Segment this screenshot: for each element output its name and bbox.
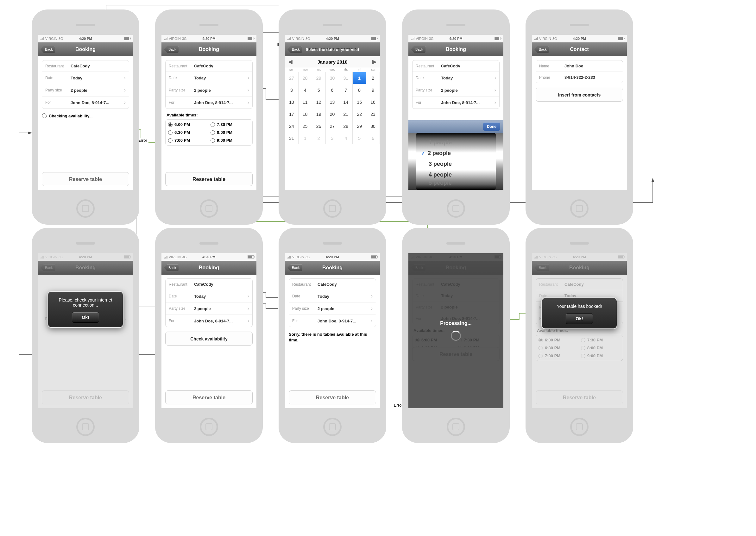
prev-month-button[interactable]: ◀ [288,58,292,65]
back-button[interactable]: Back [164,46,179,53]
calendar-day[interactable]: 5 [312,84,326,96]
done-button[interactable]: Done [483,122,500,131]
calendar-day[interactable]: 26 [312,120,326,132]
row-for[interactable]: ForJohn Doe, 8-914-7...› [42,96,129,109]
back-button[interactable]: Back [411,46,426,53]
calendar-day[interactable]: 30 [326,72,339,84]
reserve-button[interactable]: Reserve table [42,172,129,186]
reserve-button[interactable]: Reserve table [165,390,253,404]
time-slot[interactable]: 7:00 PM [168,138,207,143]
alert-ok-button[interactable]: Ok! [72,312,99,323]
calendar-day[interactable]: 29 [353,120,366,132]
calendar-day[interactable]: 19 [312,108,326,120]
calendar-day[interactable]: 4 [339,132,353,144]
row-party[interactable]: Party size2 people› [289,302,376,315]
row-for[interactable]: ForJohn Doe, 8-914-7...› [166,96,252,109]
calendar-month: January 2010 [317,59,347,65]
time-slot[interactable]: 8:00 PM [211,130,250,135]
row-for[interactable]: ForJohn Doe, 8-914-7...› [166,315,252,327]
time-slot[interactable]: 6:30 PM [168,130,207,135]
calendar-day[interactable]: 21 [339,108,353,120]
back-button[interactable]: Back [288,46,302,53]
next-month-button[interactable]: ▶ [372,58,377,65]
picker-option[interactable]: 1 people [416,137,496,148]
time-slot[interactable]: 7:30 PM [211,122,250,127]
row-party[interactable]: Party size2 people› [42,84,129,96]
row-party[interactable]: Party size2 people› [166,84,252,96]
back-button[interactable]: Back [41,46,55,53]
calendar-day[interactable]: 3 [326,132,339,144]
alert-ok-button[interactable]: Ok! [566,313,593,324]
phone-booking-checking: VIRGIN3G 4:20 PM Back Booking Restaurant… [32,10,139,225]
calendar-day[interactable]: 16 [366,96,380,108]
back-button[interactable]: Back [288,264,302,271]
calendar-day[interactable]: 18 [298,108,312,120]
calendar-day[interactable]: 9 [366,84,380,96]
phone-check-availability: VIRGIN3G4:20 PM BackBooking RestaurantCa… [155,228,263,443]
calendar-day[interactable]: 29 [312,72,326,84]
row-for[interactable]: ForJohn Doe, 8-914-7...› [289,315,376,327]
calendar-day[interactable]: 25 [298,120,312,132]
picker[interactable]: Done 1 people✓2 people3 people4 people5 … [408,120,503,190]
navbar: Back Booking [38,42,133,56]
check-availability-button[interactable]: Check availability [165,332,253,346]
calendar-day[interactable]: 27 [326,120,339,132]
back-button[interactable]: Back [534,46,549,53]
calendar-day[interactable]: 30 [366,120,380,132]
calendar-day[interactable]: 1 [298,132,312,144]
calendar-day[interactable]: 5 [353,132,366,144]
row-party[interactable]: Party size2 people› [166,302,252,315]
picker-option[interactable]: 3 people [416,158,496,169]
page-title: Booking [75,47,96,52]
calendar-day[interactable]: 23 [366,108,380,120]
page-title: Booking [199,47,219,52]
available-times-label: Available times: [166,113,253,117]
calendar-day[interactable]: 13 [326,96,339,108]
calendar-day[interactable]: 17 [285,108,298,120]
calendar-day[interactable]: 4 [298,84,312,96]
calendar-day[interactable]: 2 [312,132,326,144]
phone-no-tables: VIRGIN3G4:20 PM BackBooking RestaurantCa… [279,228,386,443]
calendar-day[interactable]: 12 [312,96,326,108]
row-date[interactable]: DateToday› [166,72,252,84]
calendar-day[interactable]: 7 [339,84,353,96]
row-date[interactable]: DateToday› [42,72,129,84]
calendar-day[interactable]: 14 [339,96,353,108]
calendar-day[interactable]: 11 [298,96,312,108]
calendar-day[interactable]: 10 [285,96,298,108]
reserve-button[interactable]: Reserve table [165,172,253,186]
calendar-day[interactable]: 31 [339,72,353,84]
calendar-day[interactable]: 15 [353,96,366,108]
picker-option[interactable]: 4 people [416,169,496,180]
row-name[interactable]: NameJohn Doe [536,60,623,72]
calendar-day[interactable]: 28 [339,120,353,132]
phone-party-picker: VIRGIN3G 4:20 PM Back Booking Restaurant… [402,10,510,225]
radio-icon [168,122,173,127]
row-date[interactable]: DateToday› [166,290,252,302]
alert-booked: Your table has booked! Ok! [541,297,617,329]
picker-option[interactable]: ✓2 people [416,148,496,158]
calendar-day[interactable]: 20 [326,108,339,120]
phone-booked: VIRGIN3G4:20 PM BackBooking RestaurantCa… [526,228,633,443]
row-date[interactable]: DateToday› [289,290,376,302]
calendar-day[interactable]: 27 [285,72,298,84]
time-slot[interactable]: 6:00 PM [168,122,207,127]
calendar-day[interactable]: 2 [366,72,380,84]
row-phone[interactable]: Phone8-914-322-2-233 [536,72,623,83]
reserve-button[interactable]: Reserve table [289,390,376,404]
chevron-right-icon: › [124,87,126,93]
back-button[interactable]: Back [164,264,179,271]
calendar-day[interactable]: 31 [285,132,298,144]
calendar-day[interactable]: 6 [366,132,380,144]
statusbar: VIRGIN3G 4:20 PM [408,35,503,42]
picker-option[interactable]: 5 people [416,180,496,186]
time-slot[interactable]: 9:00 PM [211,138,250,143]
calendar-day[interactable]: 24 [285,120,298,132]
calendar-day[interactable]: 1 [353,72,366,84]
calendar-day[interactable]: 3 [285,84,298,96]
insert-from-contacts-button[interactable]: Insert from contacts [536,88,623,102]
calendar-day[interactable]: 28 [298,72,312,84]
calendar-day[interactable]: 22 [353,108,366,120]
calendar-day[interactable]: 6 [326,84,339,96]
calendar-day[interactable]: 8 [353,84,366,96]
